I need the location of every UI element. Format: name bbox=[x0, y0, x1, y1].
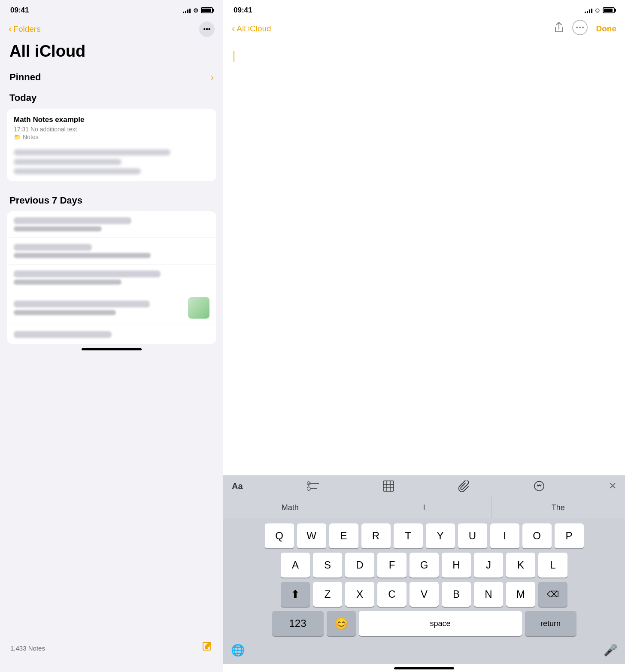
key-n[interactable]: N bbox=[474, 582, 503, 607]
signal-icon bbox=[183, 8, 191, 13]
left-status-bar: 09:41 ⊜ bbox=[0, 0, 223, 18]
right-nav-actions: Done bbox=[554, 20, 617, 37]
preview-line-3 bbox=[14, 168, 141, 174]
number-key[interactable]: 123 bbox=[272, 611, 324, 636]
list-item[interactable] bbox=[7, 265, 216, 291]
markup-button[interactable] bbox=[534, 480, 545, 492]
more-button-right[interactable] bbox=[572, 20, 588, 37]
keyboard-row-3: ⬆ Z X C V B N M ⌫ bbox=[225, 582, 623, 607]
right-status-bar: 09:41 ⊜ bbox=[223, 0, 625, 18]
left-panel: 09:41 ⊜ ‹ Folders ••• All iCloud Pinned bbox=[0, 0, 223, 672]
checklist-button[interactable] bbox=[307, 481, 319, 491]
key-w[interactable]: W bbox=[297, 523, 326, 548]
key-j[interactable]: J bbox=[474, 553, 503, 578]
key-i[interactable]: I bbox=[490, 523, 519, 548]
done-button[interactable]: Done bbox=[596, 24, 617, 33]
key-h[interactable]: H bbox=[442, 553, 471, 578]
list-item[interactable] bbox=[7, 291, 216, 325]
share-button[interactable] bbox=[554, 22, 564, 35]
key-b[interactable]: B bbox=[442, 582, 471, 607]
autocomplete-the[interactable]: The bbox=[492, 497, 625, 518]
pinned-chevron-icon: › bbox=[211, 73, 214, 82]
list-item[interactable] bbox=[7, 211, 216, 238]
attachment-button[interactable] bbox=[458, 480, 469, 492]
keyboard-bottom-row: 🌐 🎤 bbox=[225, 640, 623, 660]
list-item[interactable] bbox=[7, 238, 216, 265]
back-label: All iCloud bbox=[237, 24, 271, 33]
svg-rect-11 bbox=[383, 481, 394, 491]
key-e[interactable]: E bbox=[329, 523, 358, 548]
note-title: Math Notes example bbox=[14, 116, 209, 124]
key-r[interactable]: R bbox=[361, 523, 391, 548]
key-q[interactable]: Q bbox=[265, 523, 294, 548]
previous-section-header: Previous 7 Days bbox=[0, 192, 223, 211]
close-toolbar-button[interactable]: ✕ bbox=[609, 480, 616, 492]
battery-icon bbox=[201, 7, 213, 13]
back-chevron-icon: ‹ bbox=[232, 23, 235, 34]
notes-count: 1,433 Notes bbox=[10, 645, 45, 652]
key-l[interactable]: L bbox=[538, 553, 567, 578]
bottom-bar: 1,433 Notes bbox=[0, 634, 223, 672]
key-x[interactable]: X bbox=[345, 582, 374, 607]
preview-line bbox=[14, 331, 112, 338]
folders-back-button[interactable]: ‹ Folders bbox=[9, 24, 41, 35]
note-folder: 📁 Notes bbox=[14, 134, 209, 140]
note-meta: 17:31 No additional text bbox=[14, 126, 209, 133]
editor-area[interactable] bbox=[223, 43, 625, 475]
key-p[interactable]: P bbox=[555, 523, 584, 548]
compose-button[interactable] bbox=[202, 641, 213, 655]
space-key[interactable]: space bbox=[359, 611, 522, 636]
left-nav-bar: ‹ Folders ••• bbox=[0, 18, 223, 42]
key-a[interactable]: A bbox=[281, 553, 310, 578]
math-notes-card[interactable]: Math Notes example 17:31 No additional t… bbox=[7, 109, 216, 181]
list-item[interactable] bbox=[7, 325, 216, 344]
table-button[interactable] bbox=[383, 480, 394, 492]
compose-icon bbox=[202, 641, 213, 652]
font-format-button[interactable]: Aa bbox=[232, 481, 243, 491]
all-icloud-back-button[interactable]: ‹ All iCloud bbox=[232, 23, 271, 34]
right-home-indicator bbox=[394, 667, 454, 669]
key-d[interactable]: D bbox=[345, 553, 374, 578]
preview-line bbox=[14, 280, 121, 285]
keyboard: Q W E R T Y U I O P A S D F G H J K L ⬆ … bbox=[223, 518, 625, 664]
autocomplete-i[interactable]: I bbox=[357, 497, 491, 518]
key-z[interactable]: Z bbox=[313, 582, 342, 607]
key-s[interactable]: S bbox=[313, 553, 342, 578]
key-g[interactable]: G bbox=[410, 553, 439, 578]
right-nav-bar: ‹ All iCloud Done bbox=[223, 18, 625, 43]
key-v[interactable]: V bbox=[410, 582, 439, 607]
return-key[interactable]: return bbox=[525, 611, 576, 636]
autocomplete-math[interactable]: Math bbox=[223, 497, 357, 518]
globe-key[interactable]: 🌐 bbox=[231, 644, 245, 657]
svg-point-8 bbox=[307, 487, 310, 490]
keyboard-row-4: 123 😊 space return bbox=[225, 611, 623, 636]
preview-line bbox=[14, 217, 131, 224]
key-y[interactable]: Y bbox=[426, 523, 455, 548]
pinned-section-header[interactable]: Pinned › bbox=[0, 69, 223, 89]
key-m[interactable]: M bbox=[506, 582, 535, 607]
mic-key[interactable]: 🎤 bbox=[604, 644, 617, 657]
note-folder-name: Notes bbox=[23, 134, 39, 140]
preview-line bbox=[14, 244, 92, 251]
key-c[interactable]: C bbox=[377, 582, 407, 607]
shift-key[interactable]: ⬆ bbox=[281, 582, 310, 607]
svg-point-4 bbox=[576, 27, 578, 28]
right-battery-icon bbox=[603, 7, 615, 13]
preview-line bbox=[14, 271, 161, 277]
previous-notes-list bbox=[7, 211, 216, 344]
key-k[interactable]: K bbox=[506, 553, 535, 578]
key-o[interactable]: O bbox=[522, 523, 552, 548]
key-t[interactable]: T bbox=[394, 523, 423, 548]
key-u[interactable]: U bbox=[458, 523, 487, 548]
left-time: 09:41 bbox=[10, 6, 29, 15]
folder-icon: 📁 bbox=[14, 134, 21, 140]
item-text bbox=[14, 301, 184, 315]
right-wifi-icon: ⊜ bbox=[595, 7, 600, 14]
key-f[interactable]: F bbox=[377, 553, 407, 578]
emoji-key[interactable]: 😊 bbox=[327, 611, 356, 636]
delete-key[interactable]: ⌫ bbox=[538, 582, 567, 607]
preview-line-1 bbox=[14, 149, 170, 155]
home-indicator bbox=[82, 348, 142, 350]
svg-point-6 bbox=[582, 27, 584, 28]
more-button[interactable]: ••• bbox=[199, 21, 215, 37]
